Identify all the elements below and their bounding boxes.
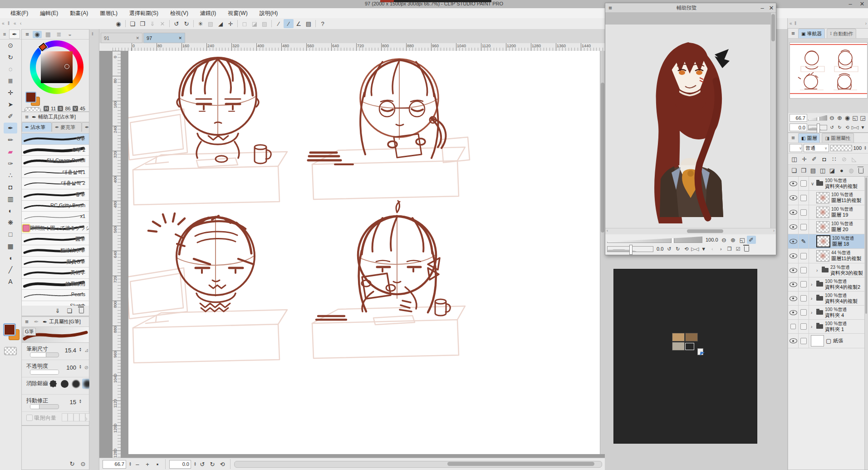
field-value[interactable]: 15.4 (65, 347, 76, 354)
select-layer-icon[interactable]: ◪ (250, 19, 260, 28)
eye-cell[interactable] (788, 277, 799, 291)
folder-expand-icon[interactable]: › (816, 268, 820, 273)
eye-cell[interactable] (788, 263, 799, 277)
rotate-reset-icon[interactable]: ⟲ (843, 124, 851, 131)
folder-expand-icon[interactable]: ∨ (811, 181, 814, 186)
lasso-tool[interactable]: ◌ (4, 64, 17, 74)
edit-list-icon[interactable]: ☑ (734, 245, 742, 253)
undo-icon[interactable]: ↺ (172, 19, 181, 28)
fit-window-icon[interactable]: ◱ (851, 114, 859, 122)
navigator-tab-0[interactable]: ▣導航器 (798, 29, 825, 38)
subview-menu-icon[interactable]: ≡ (605, 5, 615, 11)
rotate-view-tool[interactable]: ↻ (4, 52, 17, 63)
menu-3[interactable]: 圖層(L) (94, 8, 123, 18)
zoom-out-icon[interactable]: ⊖ (828, 114, 836, 122)
brush-item[interactable]: Pearls (22, 290, 89, 301)
line-tool[interactable]: ╱ (4, 264, 17, 275)
navigator-rotation-value[interactable]: 0.0 (790, 124, 807, 131)
expand-icon[interactable]: › (85, 415, 88, 423)
canvas-vscrollbar[interactable] (600, 51, 605, 454)
blend-tool[interactable]: ◐ (4, 205, 17, 216)
frame-tool[interactable]: ▦ (4, 241, 17, 252)
save-icon[interactable]: ⇓ (147, 19, 157, 28)
brush-item[interactable]: SU-Cream Pencil (22, 156, 89, 167)
brush-item[interactable]: Sketch (22, 301, 89, 306)
open-image-icon[interactable]: ❒ (725, 245, 734, 253)
subview-hscrollbar[interactable]: ‹ › (605, 228, 776, 234)
layers-tab-1[interactable]: ◨圖層屬性 (822, 133, 853, 143)
figure-tool[interactable]: □ (4, 229, 17, 240)
ruler-layer-icon[interactable]: ◺ (849, 154, 859, 163)
help-icon[interactable]: ? (318, 19, 328, 28)
check-cell[interactable] (799, 320, 809, 333)
layers-menu-icon[interactable]: ≡ (790, 135, 796, 141)
check-cell[interactable] (799, 263, 809, 277)
brush-item[interactable]: 擬真G筆 (22, 257, 89, 268)
eye-cell[interactable] (788, 205, 799, 219)
dynamics-icon[interactable]: ⊿ (84, 347, 88, 353)
rotation-value[interactable]: 0.0 (169, 460, 191, 469)
subview-vscrollbar[interactable] (770, 13, 776, 228)
canvas-tab-97[interactable]: 97✕ (143, 33, 185, 43)
folder-expand-icon[interactable]: › (811, 324, 814, 329)
reset-icon[interactable]: ▼ (699, 245, 708, 253)
transfer-down-icon[interactable]: ◫ (818, 166, 827, 175)
prev-image-icon[interactable]: ‹ (708, 245, 716, 253)
lock-alpha-icon[interactable]: ∷ (829, 154, 839, 163)
tool-palette-menu-icon[interactable]: ≡ (0, 32, 9, 37)
next-image-icon[interactable]: › (716, 245, 725, 253)
sv-square[interactable] (41, 51, 73, 83)
rotate-cw-icon[interactable]: ↻ (673, 245, 682, 253)
eye-cell[interactable] (788, 292, 799, 305)
brush-item[interactable]: RC Gritty Brush (22, 201, 89, 212)
rotate-cw-button[interactable]: ↻ (208, 461, 216, 467)
redo-icon[interactable]: ↻ (181, 19, 191, 28)
layer-row[interactable]: ›100 %普通資料夾 4 (788, 306, 868, 320)
eye-cell[interactable] (788, 191, 799, 205)
layer-opacity-value[interactable]: 100 (853, 145, 862, 151)
snap-ruler-icon[interactable]: ∕ (274, 19, 284, 28)
color-wheel-tab-icon[interactable]: ◉ (33, 31, 42, 38)
field-spinner[interactable]: ▲▼ (79, 347, 82, 352)
tool-property-menu-icon[interactable]: ≡ (24, 319, 30, 325)
material-thumbnail[interactable] (685, 333, 698, 341)
layer-row[interactable]: ›100 %普通資料夾4的複製 (788, 292, 868, 306)
object-tool[interactable]: ➤ (4, 99, 17, 110)
delete-layer-icon[interactable] (856, 166, 865, 175)
field-slider[interactable] (30, 370, 59, 375)
mask-enable-icon[interactable]: ⊘ (839, 154, 849, 163)
text-tool[interactable]: A (4, 276, 17, 287)
dock-handle-icon[interactable]: ‖ (6, 21, 11, 26)
trash-icon[interactable] (77, 307, 85, 314)
eyedropper-icon[interactable]: ✐ (747, 236, 756, 244)
canvas-hscrollbar[interactable] (234, 461, 602, 468)
zoom-in-icon[interactable]: ⊕ (836, 114, 843, 122)
subtool-tab-0[interactable]: ✒沾水筆 (22, 122, 52, 132)
brush-item[interactable]: x1 (22, 212, 89, 223)
reset-view-icon[interactable]: ▼ (859, 124, 867, 131)
pen-tool[interactable]: ✒ (4, 123, 17, 134)
eraser-icon[interactable]: ◢ (216, 19, 226, 28)
new-layer-icon[interactable]: ❏ (790, 166, 799, 175)
material-thumbnail[interactable] (672, 333, 685, 341)
layers-tab-0[interactable]: ◧圖層 (798, 133, 820, 143)
close-button[interactable]: ✕ (857, 0, 868, 8)
color-palette-menu-icon[interactable]: ≡ (24, 31, 31, 37)
brush-item[interactable]: 美術字 (22, 267, 89, 279)
snap-grid-icon[interactable]: ∠ (294, 19, 304, 28)
canvas-tab-close-icon[interactable]: ✕ (136, 36, 139, 40)
dynamics-icon[interactable]: ⊘ (84, 365, 88, 371)
zoom-in-icon[interactable]: ⊕ (729, 236, 738, 244)
check-cell[interactable] (799, 191, 809, 205)
eye-cell[interactable] (788, 220, 799, 234)
material-thumbnail[interactable] (672, 342, 685, 351)
rotation-spinner[interactable]: ▲▼ (194, 462, 196, 466)
zoom-spinner[interactable]: ▲▼ (129, 462, 132, 466)
canvas-tab-close-icon[interactable]: ✕ (178, 36, 182, 40)
apply-mask-icon[interactable]: ◍ (847, 166, 856, 175)
brush-item[interactable]: 隙間無く囲って塗るブラシ (22, 223, 89, 234)
decoration-tool[interactable]: ❋ (4, 217, 17, 228)
layer-row[interactable]: ›100 %普通資料夾 1 (788, 320, 868, 334)
new-subtool-icon[interactable]: ❏ (65, 307, 74, 314)
zoom-tool[interactable]: ⊙ (4, 40, 17, 51)
